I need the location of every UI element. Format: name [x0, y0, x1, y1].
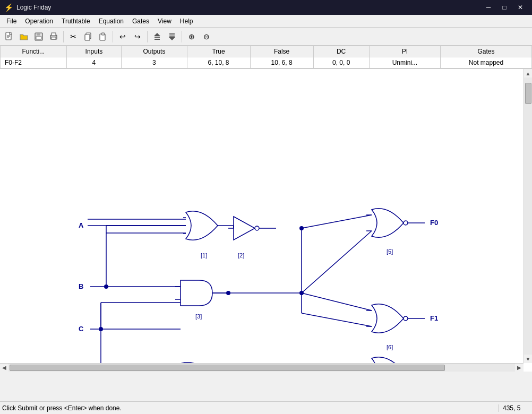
scroll-left-button[interactable]: ◀ [0, 364, 8, 372]
zoom-out-button[interactable]: ⊖ [200, 30, 213, 44]
function-table: Functi... Inputs Outputs True False DC P… [0, 46, 532, 68]
svg-line-62 [302, 293, 372, 310]
separator-4 [182, 31, 182, 42]
gate-6-label: [6] [387, 344, 393, 350]
svg-marker-14 [154, 33, 160, 36]
restore-button[interactable]: □ [497, 2, 512, 13]
svg-line-57 [302, 231, 372, 293]
status-text: Click Submit or press <Enter> when done. [2, 404, 498, 412]
redo-button[interactable]: ↪ [131, 30, 144, 44]
svg-line-63 [302, 313, 372, 326]
pop-button[interactable] [165, 30, 179, 44]
menu-gates[interactable]: Gates [128, 15, 153, 27]
svg-rect-11 [85, 34, 90, 40]
separator-3 [147, 31, 148, 42]
gate-2-label: [2] [238, 252, 244, 258]
col-header-dc: DC [313, 46, 369, 57]
svg-rect-0 [6, 32, 11, 40]
svg-rect-6 [36, 37, 41, 39]
titlebar-left: ⚡ Logic Friday [4, 3, 51, 12]
svg-rect-13 [101, 33, 105, 35]
cell-outputs: 3 [122, 57, 187, 68]
input-a-label: A [79, 221, 84, 229]
titlebar-controls: ─ □ ✕ [481, 2, 528, 13]
cell-false: 10, 6, 8 [250, 57, 313, 68]
horizontal-scrollbar[interactable]: ◀ ▶ [0, 363, 524, 372]
scroll-right-button[interactable]: ▶ [515, 364, 524, 372]
cell-inputs: 4 [66, 57, 122, 68]
col-header-function: Functi... [1, 46, 67, 57]
cut-button[interactable]: ✂ [66, 30, 80, 44]
save-button[interactable] [32, 30, 46, 44]
copy-button[interactable] [81, 30, 95, 44]
svg-marker-19 [169, 37, 175, 40]
svg-point-58 [404, 316, 408, 321]
gate-7-or [366, 357, 419, 363]
cell-gates: Not mapped [440, 57, 531, 68]
svg-rect-15 [155, 37, 160, 38]
cell-pi: Unmini... [369, 57, 440, 68]
svg-marker-35 [234, 217, 255, 240]
gate-5-label: [5] [387, 248, 393, 255]
circuit-canvas[interactable]: ▲ ▼ A B C D [0, 69, 532, 372]
input-b-label: B [79, 282, 83, 290]
svg-rect-5 [37, 33, 40, 36]
toolbar: ✂ ↩ ↪ ⊕ ⊖ [0, 28, 532, 46]
svg-rect-18 [169, 36, 175, 37]
scroll-up-button[interactable]: ▲ [524, 69, 533, 77]
cell-dc: 0, 0, 0 [313, 57, 369, 68]
paste-button[interactable] [96, 30, 110, 44]
open-button[interactable] [17, 30, 31, 44]
scroll-thumb-horizontal[interactable] [10, 365, 445, 371]
zoom-in-button[interactable]: ⊕ [185, 30, 199, 44]
minimize-button[interactable]: ─ [481, 2, 496, 13]
menu-view[interactable]: View [153, 15, 176, 27]
scroll-down-button[interactable]: ▼ [524, 355, 533, 363]
svg-rect-8 [52, 33, 56, 36]
input-c-label: C [79, 325, 84, 333]
output-f1-label: F1 [430, 314, 438, 322]
svg-point-25 [104, 284, 108, 289]
status-bar: Click Submit or press <Enter> when done.… [0, 401, 532, 414]
separator-2 [113, 31, 113, 42]
print-button[interactable] [47, 30, 61, 44]
cell-function: F0-F2 [1, 57, 67, 68]
scroll-thumb-vertical[interactable] [525, 83, 531, 104]
col-header-gates: Gates [440, 46, 531, 57]
svg-point-69 [299, 291, 304, 295]
gate-6-nor [366, 304, 425, 333]
menu-equation[interactable]: Equation [95, 15, 128, 27]
gate-3-label: [3] [195, 313, 202, 320]
svg-line-56 [302, 215, 372, 228]
scroll-track-horizontal[interactable] [8, 364, 515, 372]
svg-rect-9 [52, 37, 56, 39]
menu-help[interactable]: Help [176, 15, 198, 27]
gate-5-nor [366, 209, 425, 237]
separator-1 [63, 31, 64, 42]
push-button[interactable] [150, 30, 164, 44]
col-header-true: True [187, 46, 250, 57]
vertical-scrollbar[interactable]: ▲ ▼ [524, 69, 532, 363]
function-table-area: Functi... Inputs Outputs True False DC P… [0, 46, 532, 69]
scroll-track-vertical[interactable] [524, 77, 533, 355]
menu-file[interactable]: File [2, 15, 21, 27]
gate-1-or [183, 211, 234, 240]
undo-button[interactable]: ↩ [116, 30, 130, 44]
close-button[interactable]: ✕ [513, 2, 528, 13]
app-title: Logic Friday [16, 4, 51, 11]
svg-point-52 [404, 221, 408, 225]
gate-1-label: [1] [201, 252, 207, 258]
menu-bar: File Operation Truthtable Equation Gates… [0, 15, 532, 28]
table-row[interactable]: F0-F2 4 3 6, 10, 8 10, 6, 8 0, 0, 0 Unmi… [1, 57, 532, 68]
menu-truthtable[interactable]: Truthtable [57, 15, 95, 27]
title-bar: ⚡ Logic Friday ─ □ ✕ [0, 0, 532, 15]
col-header-outputs: Outputs [122, 46, 187, 57]
col-header-false: False [250, 46, 313, 57]
col-header-inputs: Inputs [66, 46, 122, 57]
svg-rect-17 [169, 33, 175, 34]
new-button[interactable] [2, 30, 16, 44]
circuit-diagram: A B C D [1] [0, 69, 524, 363]
svg-point-36 [255, 226, 259, 230]
col-header-pi: PI [369, 46, 440, 57]
menu-operation[interactable]: Operation [21, 15, 57, 27]
